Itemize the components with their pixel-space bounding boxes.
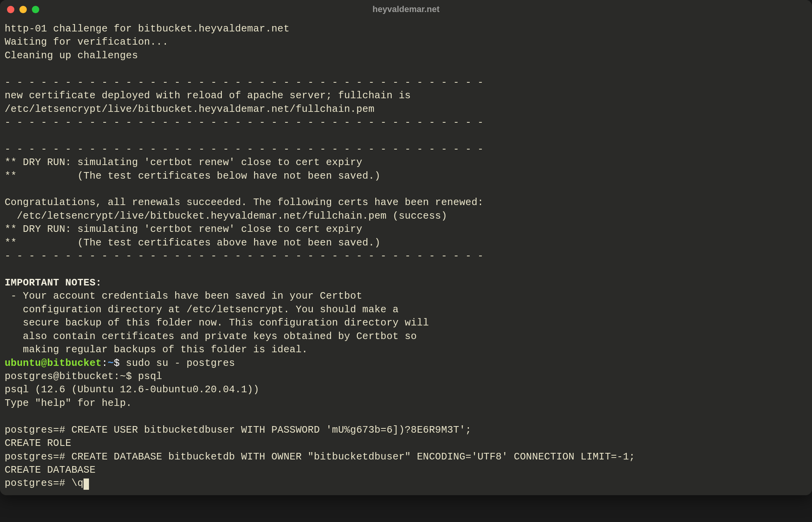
output-line: /etc/letsencrypt/live/bitbucket.heyvalde…: [5, 103, 807, 116]
psql-line: postgres=# CREATE USER bitbucketdbuser W…: [5, 424, 807, 437]
output-line: ** DRY RUN: simulating 'certbot renew' c…: [5, 223, 807, 236]
output-line: ** DRY RUN: simulating 'certbot renew' c…: [5, 156, 807, 169]
shell-prompt-line: ubuntu@bitbucket:~$ sudo su - postgres: [5, 357, 807, 370]
psql-prompt-line: postgres=# \q: [5, 477, 807, 490]
output-line: new certificate deployed with reload of …: [5, 89, 807, 103]
psql-line: postgres=# CREATE DATABASE bitbucketdb W…: [5, 451, 807, 464]
output-line: making regular backups of this folder is…: [5, 343, 807, 357]
close-icon[interactable]: [7, 6, 14, 13]
command-text: \q: [71, 478, 84, 489]
output-line: - - - - - - - - - - - - - - - - - - - - …: [5, 116, 807, 129]
command-text: sudo su - postgres: [126, 358, 235, 369]
titlebar: heyvaldemar.net: [0, 0, 812, 19]
terminal-body[interactable]: http-01 challenge for bitbucket.heyvalde…: [0, 19, 812, 495]
output-line: Waiting for verification...: [5, 36, 807, 49]
output-line: Type "help" for help.: [5, 397, 807, 410]
window-title: heyvaldemar.net: [373, 4, 439, 14]
output-line: Cleaning up challenges: [5, 49, 807, 63]
psql-prompt: postgres=#: [5, 478, 71, 489]
output-line: secure backup of this folder now. This c…: [5, 317, 807, 330]
output-line: ** (The test certificates above have not…: [5, 237, 807, 250]
minimize-icon[interactable]: [19, 6, 27, 13]
prompt-user-host: ubuntu@bitbucket: [5, 358, 102, 369]
output-line: configuration directory at /etc/letsencr…: [5, 303, 807, 317]
output-line: - Your account credentials have been sav…: [5, 290, 807, 303]
cursor-icon: [84, 478, 89, 490]
output-line: also contain certificates and private ke…: [5, 330, 807, 343]
output-line: http-01 challenge for bitbucket.heyvalde…: [5, 23, 807, 36]
output-line: psql (12.6 (Ubuntu 12.6-0ubuntu0.20.04.1…: [5, 383, 807, 397]
window-controls: [7, 6, 39, 13]
output-line: - - - - - - - - - - - - - - - - - - - - …: [5, 250, 807, 263]
output-line: [5, 63, 807, 76]
prompt-sep: :: [102, 358, 108, 369]
output-line: [5, 183, 807, 196]
output-line: CREATE ROLE: [5, 437, 807, 450]
output-line: ** (The test certificates below have not…: [5, 170, 807, 183]
prompt-symbol: $: [114, 358, 126, 369]
terminal-window: heyvaldemar.net http-01 challenge for bi…: [0, 0, 812, 495]
prompt-path: ~: [108, 358, 114, 369]
output-line: CREATE DATABASE: [5, 464, 807, 477]
output-line: [5, 263, 807, 277]
output-line: /etc/letsencrypt/live/bitbucket.heyvalde…: [5, 210, 807, 223]
output-line: [5, 410, 807, 423]
output-line: - - - - - - - - - - - - - - - - - - - - …: [5, 76, 807, 89]
output-line: postgres@bitbucket:~$ psql: [5, 370, 807, 383]
output-line: [5, 129, 807, 143]
maximize-icon[interactable]: [32, 6, 39, 13]
important-notes-heading: IMPORTANT NOTES:: [5, 277, 807, 290]
output-line: Congratulations, all renewals succeeded.…: [5, 196, 807, 209]
output-line: - - - - - - - - - - - - - - - - - - - - …: [5, 143, 807, 156]
